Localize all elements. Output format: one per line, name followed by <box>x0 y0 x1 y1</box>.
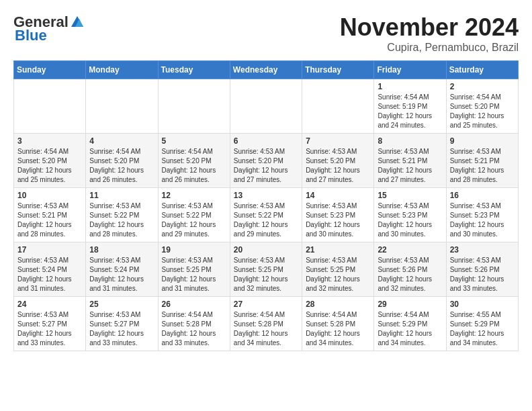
calendar-cell: 24Sunrise: 4:53 AM Sunset: 5:27 PM Dayli… <box>14 297 86 351</box>
weekday-header-sunday: Sunday <box>14 61 86 79</box>
day-info: Sunrise: 4:53 AM Sunset: 5:21 PM Dayligh… <box>17 201 82 239</box>
day-info: Sunrise: 4:54 AM Sunset: 5:29 PM Dayligh… <box>378 310 442 348</box>
day-number: 18 <box>89 245 154 255</box>
day-number: 1 <box>378 82 442 91</box>
calendar-cell: 9Sunrise: 4:53 AM Sunset: 5:21 PM Daylig… <box>446 134 518 188</box>
day-number: 3 <box>17 136 82 146</box>
day-info: Sunrise: 4:53 AM Sunset: 5:23 PM Dayligh… <box>306 201 370 239</box>
calendar-cell: 21Sunrise: 4:53 AM Sunset: 5:25 PM Dayli… <box>302 242 374 297</box>
weekday-header-tuesday: Tuesday <box>158 61 230 79</box>
day-number: 22 <box>378 245 442 255</box>
calendar-cell: 12Sunrise: 4:53 AM Sunset: 5:22 PM Dayli… <box>158 188 230 242</box>
day-info: Sunrise: 4:54 AM Sunset: 5:28 PM Dayligh… <box>306 310 370 348</box>
day-number: 27 <box>234 300 298 309</box>
day-number: 17 <box>17 245 82 255</box>
day-number: 4 <box>89 136 154 146</box>
calendar-cell: 14Sunrise: 4:53 AM Sunset: 5:23 PM Dayli… <box>302 188 374 242</box>
day-info: Sunrise: 4:54 AM Sunset: 5:28 PM Dayligh… <box>234 310 298 348</box>
day-number: 29 <box>378 300 442 309</box>
calendar-cell: 15Sunrise: 4:53 AM Sunset: 5:23 PM Dayli… <box>374 188 446 242</box>
day-number: 6 <box>234 136 298 146</box>
day-number: 28 <box>306 300 370 309</box>
day-number: 20 <box>234 245 298 255</box>
day-info: Sunrise: 4:54 AM Sunset: 5:19 PM Dayligh… <box>378 93 442 130</box>
calendar-cell: 22Sunrise: 4:53 AM Sunset: 5:26 PM Dayli… <box>374 242 446 297</box>
day-info: Sunrise: 4:53 AM Sunset: 5:23 PM Dayligh… <box>378 201 442 239</box>
calendar-cell: 16Sunrise: 4:53 AM Sunset: 5:23 PM Dayli… <box>446 188 518 242</box>
logo-blue-text: Blue <box>15 27 47 44</box>
calendar-cell: 8Sunrise: 4:53 AM Sunset: 5:21 PM Daylig… <box>374 134 446 188</box>
day-info: Sunrise: 4:54 AM Sunset: 5:20 PM Dayligh… <box>89 147 154 185</box>
weekday-header-saturday: Saturday <box>446 61 518 79</box>
day-number: 13 <box>234 191 298 200</box>
day-number: 2 <box>450 82 515 91</box>
day-info: Sunrise: 4:53 AM Sunset: 5:20 PM Dayligh… <box>306 147 370 185</box>
calendar-cell: 3Sunrise: 4:54 AM Sunset: 5:20 PM Daylig… <box>14 134 86 188</box>
calendar-cell <box>86 79 158 134</box>
calendar-cell <box>14 79 86 134</box>
day-info: Sunrise: 4:53 AM Sunset: 5:21 PM Dayligh… <box>378 147 442 185</box>
calendar-cell: 2Sunrise: 4:54 AM Sunset: 5:20 PM Daylig… <box>446 79 518 134</box>
weekday-header-wednesday: Wednesday <box>230 61 302 79</box>
day-number: 9 <box>450 136 515 146</box>
day-info: Sunrise: 4:53 AM Sunset: 5:25 PM Dayligh… <box>234 256 298 293</box>
day-info: Sunrise: 4:53 AM Sunset: 5:27 PM Dayligh… <box>89 310 154 348</box>
day-info: Sunrise: 4:53 AM Sunset: 5:25 PM Dayligh… <box>306 256 370 293</box>
day-info: Sunrise: 4:55 AM Sunset: 5:29 PM Dayligh… <box>450 310 515 348</box>
calendar-cell: 27Sunrise: 4:54 AM Sunset: 5:28 PM Dayli… <box>230 297 302 351</box>
logo-icon <box>70 15 85 30</box>
calendar-cell: 10Sunrise: 4:53 AM Sunset: 5:21 PM Dayli… <box>14 188 86 242</box>
calendar-week-row: 1Sunrise: 4:54 AM Sunset: 5:19 PM Daylig… <box>14 79 519 134</box>
calendar-cell: 19Sunrise: 4:53 AM Sunset: 5:25 PM Dayli… <box>158 242 230 297</box>
calendar-header-row: SundayMondayTuesdayWednesdayThursdayFrid… <box>14 61 519 79</box>
day-number: 25 <box>89 300 154 309</box>
calendar-cell: 5Sunrise: 4:54 AM Sunset: 5:20 PM Daylig… <box>158 134 230 188</box>
calendar-cell <box>158 79 230 134</box>
page-header: General Blue November 2024 Cupira, Perna… <box>13 13 519 54</box>
calendar-cell: 23Sunrise: 4:53 AM Sunset: 5:26 PM Dayli… <box>446 242 518 297</box>
day-number: 21 <box>306 245 370 255</box>
calendar-cell: 7Sunrise: 4:53 AM Sunset: 5:20 PM Daylig… <box>302 134 374 188</box>
logo: General Blue <box>13 13 85 44</box>
day-info: Sunrise: 4:54 AM Sunset: 5:28 PM Dayligh… <box>162 310 226 348</box>
day-number: 11 <box>89 191 154 200</box>
calendar-week-row: 17Sunrise: 4:53 AM Sunset: 5:24 PM Dayli… <box>14 242 519 297</box>
calendar-table: SundayMondayTuesdayWednesdayThursdayFrid… <box>13 60 519 351</box>
calendar-week-row: 3Sunrise: 4:54 AM Sunset: 5:20 PM Daylig… <box>14 134 519 188</box>
day-number: 8 <box>378 136 442 146</box>
day-number: 14 <box>306 191 370 200</box>
day-number: 23 <box>450 245 515 255</box>
day-info: Sunrise: 4:53 AM Sunset: 5:26 PM Dayligh… <box>378 256 442 293</box>
calendar-cell <box>230 79 302 134</box>
day-info: Sunrise: 4:53 AM Sunset: 5:20 PM Dayligh… <box>234 147 298 185</box>
weekday-header-thursday: Thursday <box>302 61 374 79</box>
month-title: November 2024 <box>340 13 519 42</box>
calendar-cell: 20Sunrise: 4:53 AM Sunset: 5:25 PM Dayli… <box>230 242 302 297</box>
day-number: 26 <box>162 300 226 309</box>
day-info: Sunrise: 4:54 AM Sunset: 5:20 PM Dayligh… <box>17 147 82 185</box>
calendar-week-row: 10Sunrise: 4:53 AM Sunset: 5:21 PM Dayli… <box>14 188 519 242</box>
day-info: Sunrise: 4:53 AM Sunset: 5:25 PM Dayligh… <box>162 256 226 293</box>
day-info: Sunrise: 4:53 AM Sunset: 5:24 PM Dayligh… <box>89 256 154 293</box>
day-info: Sunrise: 4:53 AM Sunset: 5:21 PM Dayligh… <box>450 147 515 185</box>
day-number: 19 <box>162 245 226 255</box>
calendar-week-row: 24Sunrise: 4:53 AM Sunset: 5:27 PM Dayli… <box>14 297 519 351</box>
calendar-cell: 6Sunrise: 4:53 AM Sunset: 5:20 PM Daylig… <box>230 134 302 188</box>
day-info: Sunrise: 4:53 AM Sunset: 5:23 PM Dayligh… <box>450 201 515 239</box>
day-info: Sunrise: 4:53 AM Sunset: 5:27 PM Dayligh… <box>17 310 82 348</box>
calendar-cell: 1Sunrise: 4:54 AM Sunset: 5:19 PM Daylig… <box>374 79 446 134</box>
day-info: Sunrise: 4:53 AM Sunset: 5:22 PM Dayligh… <box>234 201 298 239</box>
day-number: 10 <box>17 191 82 200</box>
day-info: Sunrise: 4:53 AM Sunset: 5:22 PM Dayligh… <box>89 201 154 239</box>
calendar-cell: 4Sunrise: 4:54 AM Sunset: 5:20 PM Daylig… <box>86 134 158 188</box>
calendar-cell <box>302 79 374 134</box>
calendar-cell: 25Sunrise: 4:53 AM Sunset: 5:27 PM Dayli… <box>86 297 158 351</box>
weekday-header-monday: Monday <box>86 61 158 79</box>
calendar-cell: 26Sunrise: 4:54 AM Sunset: 5:28 PM Dayli… <box>158 297 230 351</box>
calendar-cell: 30Sunrise: 4:55 AM Sunset: 5:29 PM Dayli… <box>446 297 518 351</box>
location: Cupira, Pernambuco, Brazil <box>340 42 519 54</box>
day-info: Sunrise: 4:53 AM Sunset: 5:22 PM Dayligh… <box>162 201 226 239</box>
calendar-cell: 13Sunrise: 4:53 AM Sunset: 5:22 PM Dayli… <box>230 188 302 242</box>
calendar-cell: 28Sunrise: 4:54 AM Sunset: 5:28 PM Dayli… <box>302 297 374 351</box>
day-number: 24 <box>17 300 82 309</box>
